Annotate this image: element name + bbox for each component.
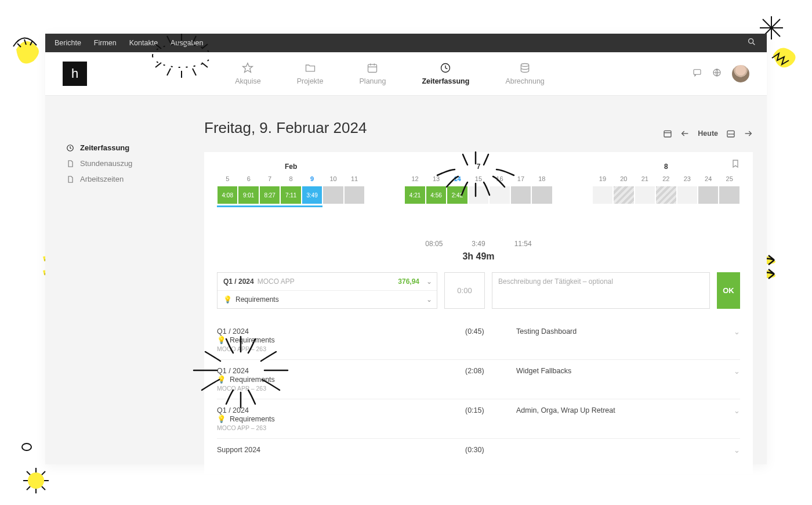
svg-marker-17 [243, 63, 253, 73]
prev-day-button[interactable] [680, 129, 690, 138]
calendar-day-number[interactable]: 10 [322, 175, 343, 186]
calendar-day-number[interactable]: 25 [719, 175, 740, 186]
calendar-week: Feb5678910114:089:018:277:113:49 [217, 163, 365, 207]
entry-duration: (2:08) [465, 367, 512, 375]
svg-rect-24 [694, 70, 701, 75]
sidebar: Zeiterfassung Stundenauszug Arbeitszeite… [45, 96, 190, 464]
calendar-day-block[interactable]: 3:49 [302, 186, 322, 204]
calendar-day-number[interactable]: 11 [344, 175, 365, 186]
calendar-day-block[interactable] [592, 186, 613, 204]
calendar-day-number[interactable]: 18 [531, 175, 552, 186]
calendar-day-number[interactable]: 9 [302, 175, 322, 186]
calendar-day-number[interactable]: 8 [280, 175, 301, 186]
calendar-day-block[interactable] [677, 186, 698, 204]
calendar-day-block[interactable] [510, 186, 531, 204]
sidebar-item-label: Zeiterfassung [80, 143, 129, 152]
globe-icon[interactable] [712, 68, 722, 80]
nav-akquise[interactable]: Akquise [235, 62, 260, 85]
calendar-day-number[interactable]: 22 [655, 175, 676, 186]
calendar-day-number[interactable]: 20 [613, 175, 634, 186]
calendar-day-block[interactable] [719, 186, 740, 204]
calendar-day-number[interactable]: 23 [677, 175, 698, 186]
entry-description: Testing Dashboard [516, 327, 729, 336]
chevron-down-icon[interactable]: ⌄ [734, 367, 740, 376]
calendar-day-number[interactable]: 24 [698, 175, 719, 186]
calendar-day-number[interactable]: 21 [635, 175, 655, 186]
calendar-day-number[interactable]: 5 [217, 175, 238, 186]
avatar[interactable] [732, 65, 749, 82]
work-duration: 3:49 [472, 240, 485, 248]
today-button[interactable]: Heute [698, 129, 718, 138]
project-select[interactable]: Q1 / 2024 MOCO APP 376,94 ⌄ [217, 273, 437, 290]
calendar-icon[interactable] [663, 129, 672, 138]
calendar-day-block[interactable]: 4:21 [404, 186, 425, 204]
calendar-day-block[interactable] [322, 186, 343, 204]
time-entry[interactable]: Q1 / 2024💡RequirementsMOCO APP – 263(0:1… [217, 399, 740, 439]
calendar-week: 819202122232425 [592, 163, 740, 207]
topbar: Berichte Firmen Kontakte Ausgaben [45, 34, 767, 52]
nav-zeiterfassung[interactable]: Zeiterfassung [422, 62, 469, 85]
main-nav: Akquise Projekte Planung Zeiterfassung A… [87, 62, 693, 85]
calendar-day-block[interactable] [531, 186, 552, 204]
calendar-day-number[interactable]: 15 [468, 175, 489, 186]
calendar-day-block[interactable] [613, 186, 634, 204]
entry-duration: (0:15) [465, 406, 512, 414]
calendar-day-block[interactable]: 7:11 [280, 186, 301, 204]
sidebar-item-zeiterfassung[interactable]: Zeiterfassung [66, 140, 190, 156]
task-select[interactable]: 💡 Requirements ⌄ [217, 290, 437, 308]
calendar-day-block[interactable] [344, 186, 365, 204]
svg-point-15 [749, 39, 753, 44]
calendar-day-block[interactable]: 2:42 [447, 186, 467, 204]
sidebar-item-stundenauszug[interactable]: Stundenauszug [66, 156, 190, 171]
svg-line-16 [753, 43, 755, 45]
topnav-firmen[interactable]: Firmen [94, 39, 117, 47]
calendar-month-label: 8 [592, 163, 740, 171]
svg-line-5 [27, 471, 30, 475]
sidebar-item-arbeitszeiten[interactable]: Arbeitszeiten [66, 171, 190, 187]
chat-icon[interactable] [693, 68, 702, 80]
calendar-day-number[interactable]: 6 [238, 175, 259, 186]
time-entry[interactable]: Q1 / 2024💡RequirementsMOCO APP – 263(0:4… [217, 320, 740, 360]
calendar-day-number[interactable]: 7 [259, 175, 280, 186]
nav-planung[interactable]: Planung [360, 62, 386, 85]
topnav-ausgaben[interactable]: Ausgaben [171, 39, 203, 47]
calendar-day-number[interactable]: 16 [489, 175, 510, 186]
calendar-day-block[interactable]: 4:56 [426, 186, 447, 204]
entry-task: Requirements [230, 415, 275, 423]
next-day-button[interactable] [744, 129, 753, 138]
calendar-day-number[interactable]: 17 [510, 175, 531, 186]
calendar-day-number[interactable]: 19 [592, 175, 613, 186]
search-icon[interactable] [747, 37, 756, 49]
calendar-day-block[interactable] [489, 186, 510, 204]
calendar-day-number[interactable]: 13 [426, 175, 447, 186]
calendar-day-block[interactable]: 9:01 [238, 186, 259, 204]
calendar-day-block[interactable]: 4:08 [217, 186, 238, 204]
bookmark-icon[interactable] [731, 159, 740, 171]
nav-abrechnung[interactable]: Abrechnung [505, 62, 544, 85]
bulb-icon: 💡 [217, 414, 226, 423]
calendar-day-block[interactable]: 8:27 [259, 186, 280, 204]
entry-task: Requirements [230, 376, 275, 384]
chevron-down-icon[interactable]: ⌄ [734, 446, 740, 454]
chevron-down-icon[interactable]: ⌄ [734, 327, 740, 336]
calendar-day-block[interactable] [468, 186, 489, 204]
chevron-down-icon[interactable]: ⌄ [734, 406, 740, 415]
calendar-day-number[interactable]: 14 [447, 175, 467, 186]
entry-description: Widget Fallbacks [516, 367, 729, 375]
submit-button[interactable]: OK [717, 272, 740, 309]
time-entry[interactable]: Q1 / 2024💡RequirementsMOCO APP – 263(2:0… [217, 360, 740, 399]
sidebar-item-label: Arbeitszeiten [80, 175, 124, 183]
entry-duration: (0:45) [465, 327, 512, 336]
calendar-day-number[interactable]: 12 [404, 175, 425, 186]
duration-input[interactable]: 0:00 [444, 272, 485, 309]
nav-projekte[interactable]: Projekte [297, 62, 324, 85]
topnav-kontakte[interactable]: Kontakte [129, 39, 158, 47]
description-input[interactable]: Beschreibung der Tätigkeit – optional [492, 272, 710, 309]
calendar-day-block[interactable] [655, 186, 676, 204]
logo[interactable]: h [63, 62, 87, 86]
calendar-day-block[interactable] [698, 186, 719, 204]
topnav-berichte[interactable]: Berichte [55, 39, 81, 47]
calendar-grid-icon[interactable] [726, 129, 735, 138]
time-entry[interactable]: Support 2024(0:30)⌄ [217, 439, 740, 461]
calendar-day-block[interactable] [635, 186, 655, 204]
